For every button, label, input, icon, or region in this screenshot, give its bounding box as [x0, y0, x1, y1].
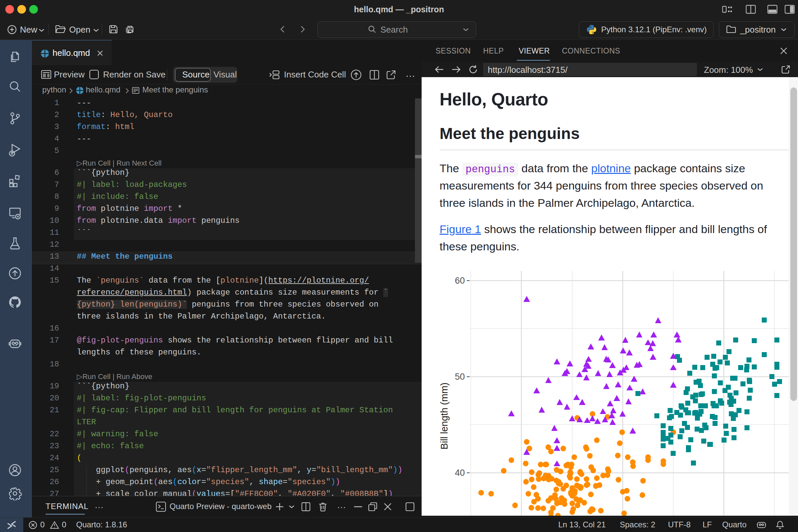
svg-text:Bill length (mm): Bill length (mm) — [439, 382, 450, 449]
svg-text:60: 60 — [455, 276, 465, 286]
svg-text:50: 50 — [455, 372, 465, 382]
svg-text:40: 40 — [455, 468, 465, 478]
